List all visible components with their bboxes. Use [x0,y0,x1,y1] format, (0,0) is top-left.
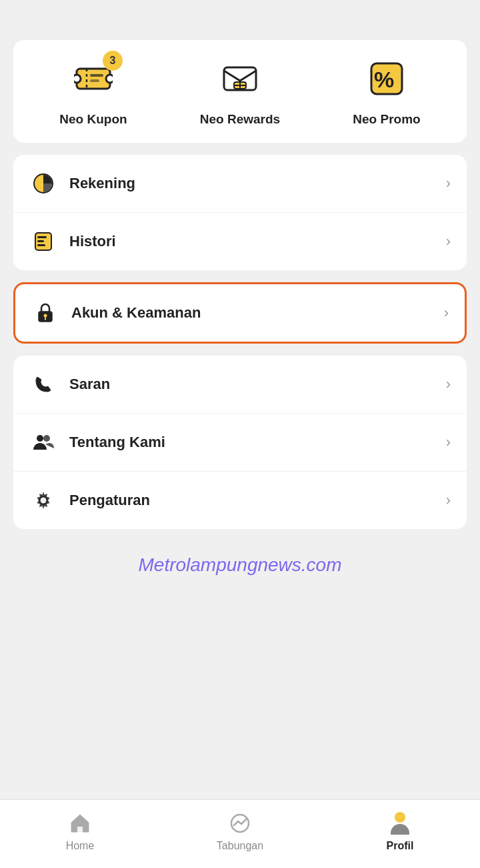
gear-icon [29,486,57,514]
akun-keamanan-chevron: › [444,304,449,322]
rekening-label: Rekening [69,175,446,192]
nav-profil[interactable]: Profil [360,811,440,852]
akun-keamanan-menu-item[interactable]: Akun & Keamanan › [13,282,467,344]
bottom-nav: Home Tabungan Profil [0,799,480,868]
saran-label: Saran [69,376,446,393]
tabungan-icon [227,811,253,836]
svg-rect-24 [77,827,83,832]
svg-point-20 [37,435,43,442]
people-icon [29,428,57,456]
svg-point-21 [43,435,50,442]
profil-icon [387,811,413,836]
svg-point-1 [74,75,81,83]
neo-icons-card: 3 Neo Kupon [13,40,467,143]
nav-home[interactable]: Home [40,811,120,852]
histori-chevron: › [446,233,451,250]
top-spacer [0,0,480,40]
book-icon [29,228,57,256]
neo-rewards-icon-wrap [216,56,264,104]
nav-tabungan-label: Tabungan [217,840,263,852]
tentang-kami-menu-item[interactable]: Tentang Kami › [13,414,467,472]
tentang-kami-chevron: › [446,434,451,451]
svg-rect-14 [37,236,47,238]
nav-home-label: Home [66,840,95,852]
lock-icon [31,299,59,327]
neo-row: 3 Neo Kupon [20,56,460,127]
histori-menu-item[interactable]: Histori › [13,213,467,270]
nav-profil-label: Profil [387,840,414,852]
home-icon [67,811,93,836]
tentang-kami-label: Tentang Kami [69,434,446,451]
pengaturan-label: Pengaturan [69,492,446,509]
main-content: 3 Neo Kupon [0,0,480,669]
watermark: Metrolampungnews.com [0,541,480,602]
rekening-chevron: › [446,175,451,192]
phone-icon [29,370,57,398]
neo-rewards-label: Neo Rewards [200,112,280,127]
pengaturan-menu-item[interactable]: Pengaturan › [13,472,467,529]
neo-rewards-item[interactable]: Neo Rewards [193,56,287,127]
svg-text:%: % [374,67,394,92]
nav-tabungan[interactable]: Tabungan [200,811,280,852]
menu-card-1: Rekening › Histori › [13,155,467,270]
neo-kupon-label: Neo Kupon [59,112,127,127]
envelope-icon [221,59,259,101]
akun-keamanan-label: Akun & Keamanan [71,304,444,322]
neo-kupon-badge: 3 [103,51,123,71]
neo-kupon-icon-wrap: 3 [69,56,117,104]
menu-card-2: Saran › Tentang Kami › [13,356,467,529]
neo-promo-item[interactable]: % Neo Promo [340,56,433,127]
neo-kupon-item[interactable]: 3 Neo Kupon [47,56,140,127]
saran-menu-item[interactable]: Saran › [13,356,467,414]
saran-chevron: › [446,376,451,393]
svg-point-2 [106,75,113,83]
histori-label: Histori [69,233,446,250]
neo-promo-label: Neo Promo [353,112,420,127]
pie-chart-icon [29,169,57,197]
rekening-menu-item[interactable]: Rekening › [13,155,467,213]
pengaturan-chevron: › [446,492,451,509]
percent-icon: % [367,59,406,101]
svg-point-23 [41,498,47,504]
svg-rect-16 [37,244,45,246]
svg-rect-5 [90,79,99,82]
svg-rect-4 [90,74,103,77]
neo-promo-icon-wrap: % [363,56,411,104]
svg-rect-15 [37,240,44,242]
